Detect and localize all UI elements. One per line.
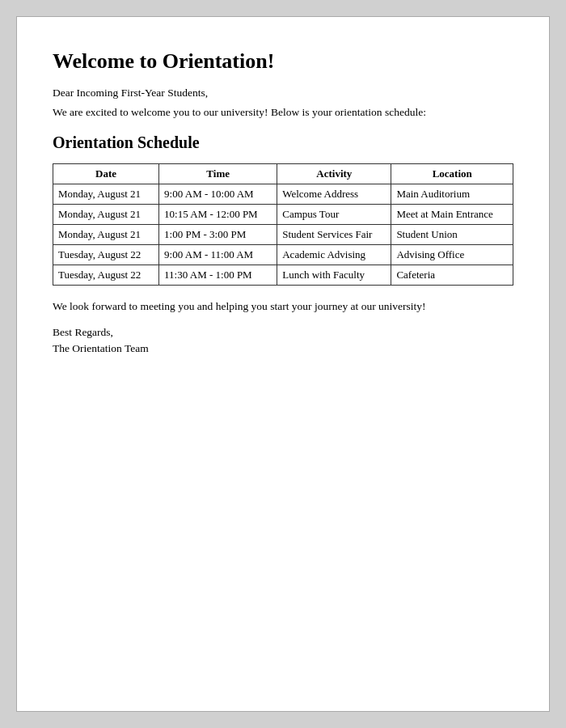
intro-text: We are excited to welcome you to our uni… [53, 106, 513, 119]
cell-time: 1:00 PM - 3:00 PM [159, 225, 277, 245]
signoff-line1: Best Regards, [53, 324, 513, 341]
col-header-date: Date [53, 164, 159, 184]
signoff-line2: The Orientation Team [53, 341, 513, 357]
cell-date: Monday, August 21 [53, 184, 159, 205]
schedule-title: Orientation Schedule [53, 133, 513, 152]
closing-text: We look forward to meeting you and helpi… [53, 300, 513, 313]
col-header-activity: Activity [277, 164, 391, 184]
cell-activity: Academic Advising [277, 245, 391, 265]
cell-location: Cafeteria [391, 265, 513, 286]
cell-time: 11:30 AM - 1:00 PM [159, 265, 277, 286]
cell-date: Tuesday, August 22 [53, 265, 159, 286]
cell-activity: Welcome Address [277, 184, 391, 205]
table-header-row: Date Time Activity Location [53, 164, 513, 184]
cell-date: Monday, August 21 [53, 225, 159, 245]
sign-off: Best Regards, The Orientation Team [53, 324, 513, 358]
cell-activity: Campus Tour [277, 205, 391, 225]
table-row: Monday, August 219:00 AM - 10:00 AMWelco… [53, 184, 513, 205]
cell-activity: Student Services Fair [277, 225, 391, 245]
cell-activity: Lunch with Faculty [277, 265, 391, 286]
cell-location: Meet at Main Entrance [391, 205, 513, 225]
table-row: Monday, August 2110:15 AM - 12:00 PMCamp… [53, 205, 513, 225]
greeting-text: Dear Incoming First-Year Students, [53, 87, 513, 99]
cell-location: Advising Office [391, 245, 513, 265]
cell-time: 9:00 AM - 11:00 AM [159, 245, 277, 265]
cell-date: Monday, August 21 [53, 205, 159, 225]
table-row: Monday, August 211:00 PM - 3:00 PMStuden… [53, 225, 513, 245]
table-row: Tuesday, August 2211:30 AM - 1:00 PMLunc… [53, 265, 513, 286]
cell-location: Main Auditorium [391, 184, 513, 205]
schedule-table: Date Time Activity Location Monday, Augu… [53, 163, 513, 286]
cell-time: 10:15 AM - 12:00 PM [159, 205, 277, 225]
cell-date: Tuesday, August 22 [53, 245, 159, 265]
col-header-location: Location [391, 164, 513, 184]
cell-time: 9:00 AM - 10:00 AM [159, 184, 277, 205]
cell-location: Student Union [391, 225, 513, 245]
page-container: Welcome to Orientation! Dear Incoming Fi… [16, 16, 550, 712]
page-title: Welcome to Orientation! [53, 49, 513, 74]
col-header-time: Time [159, 164, 277, 184]
table-row: Tuesday, August 229:00 AM - 11:00 AMAcad… [53, 245, 513, 265]
